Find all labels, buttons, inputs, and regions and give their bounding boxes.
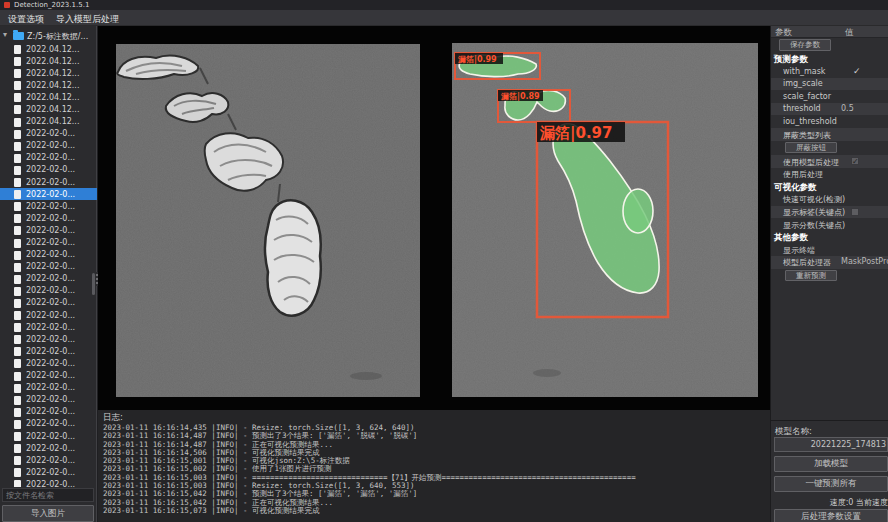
tree-item[interactable]: 2022.04.12... (0, 116, 97, 128)
tree-item[interactable]: 2022-02-0... (0, 430, 97, 442)
tree-item-label: 2022-02-0... (26, 444, 75, 453)
file-icon (14, 335, 21, 344)
source-image[interactable] (116, 44, 420, 397)
tree-item[interactable]: 2022-02-0... (0, 454, 97, 466)
tree-item[interactable]: 2022.04.12... (0, 43, 97, 55)
model-name-field[interactable]: 20221225_174813 (774, 437, 888, 452)
tree-item[interactable]: 2022-02-0... (0, 224, 97, 236)
param-row[interactable]: 模型后处理器MaskPostPro (771, 256, 888, 269)
tree-item[interactable]: 2022-02-0... (0, 297, 97, 309)
chevron-down-icon[interactable]: ▾ (3, 30, 7, 39)
tree-item[interactable]: 2022-02-0... (0, 478, 97, 487)
tree-item-label: 2022.04.12... (26, 93, 79, 102)
tree-item-label: 2022-02-0... (26, 165, 75, 174)
file-icon (14, 444, 21, 453)
tree-item-label: 2022-02-0... (26, 432, 75, 441)
detection-label-2: 漏箔|0.89 (500, 92, 540, 101)
tree-item[interactable]: 2022-02-0... (0, 200, 97, 212)
tree-item[interactable]: 2022-02-0... (0, 140, 97, 152)
param-label: iou_threshold (783, 117, 837, 126)
param-row[interactable]: 屏蔽按钮 (771, 141, 888, 156)
param-label: with_mask (783, 67, 825, 76)
tree-item[interactable]: 2022-02-0... (0, 261, 97, 273)
tree-item[interactable]: 2022-02-0... (0, 249, 97, 261)
tree-item[interactable]: 2022.04.12... (0, 67, 97, 79)
tree-item[interactable]: 2022-02-0... (0, 321, 97, 333)
tree-item[interactable]: 2022-02-0... (0, 333, 97, 345)
param-row[interactable]: 显示分数(关键点) (771, 218, 888, 231)
search-input[interactable] (2, 488, 94, 502)
tree-item[interactable]: 2022-02-0... (0, 152, 97, 164)
param-row[interactable]: iou_threshold (771, 115, 888, 128)
tree-item[interactable]: 2022-02-0... (0, 466, 97, 478)
param-value[interactable]: 0.5 (841, 104, 888, 113)
param-label: 使用后处理 (783, 169, 823, 180)
file-icon (14, 311, 21, 320)
check-icon[interactable]: ✓ (853, 66, 861, 76)
param-row[interactable]: img_scale (771, 78, 888, 91)
checkbox-checked-icon[interactable]: ✓ (851, 157, 859, 165)
param-value[interactable]: MaskPostPro (841, 257, 888, 266)
tree-item[interactable]: 2022.04.12... (0, 55, 97, 67)
tree-item[interactable]: 2022-02-0... (0, 394, 97, 406)
param-row[interactable]: with_mask✓ (771, 65, 888, 78)
tree-item-label: 2022.04.12... (26, 81, 79, 90)
file-icon (14, 251, 21, 260)
tree-item[interactable]: 2022-02-0... (0, 442, 97, 454)
tree-item-label: 2022-02-0... (26, 323, 75, 332)
param-row[interactable]: threshold0.5 (771, 103, 888, 116)
tree-item-label: 2022-02-0... (26, 468, 75, 477)
param-action-button[interactable]: 屏蔽按钮 (785, 142, 837, 154)
tree-item[interactable]: 2022-02-0... (0, 237, 97, 249)
checkbox-empty-icon[interactable] (851, 208, 859, 216)
param-row[interactable]: 重新预测 (771, 269, 888, 284)
file-icon (14, 69, 21, 78)
tree-item[interactable]: 2022-02-0... (0, 164, 97, 176)
tree-item[interactable]: 2022-02-0... (0, 273, 97, 285)
param-action-button[interactable]: 重新预测 (785, 270, 837, 282)
tree-item[interactable]: 2022-02-0... (0, 345, 97, 357)
tree-scrollbar[interactable] (92, 273, 95, 295)
tree-item[interactable]: 2022-02-0... (0, 370, 97, 382)
tree-item[interactable]: 2022.04.12... (0, 103, 97, 115)
param-row[interactable]: scale_factor (771, 90, 888, 103)
file-icon (14, 384, 21, 393)
tree-item-label: 2022.04.12... (26, 57, 79, 66)
tree-item-label: 2022-02-0... (26, 335, 75, 344)
import-images-button[interactable]: 导入图片 (2, 505, 94, 522)
param-row[interactable]: 使用模型后处理✓ (771, 155, 888, 168)
tree-item[interactable]: 2022-02-0... (0, 285, 97, 297)
file-tree-panel: ▾ Z:/5-标注数据/... 2022.04.12...2022.04.12.… (0, 26, 97, 522)
tree-item-label: 2022-02-0... (26, 238, 75, 247)
file-icon (14, 214, 21, 223)
predict-all-button[interactable]: 一键预测所有 (774, 476, 888, 492)
param-row[interactable]: 保存参数 (771, 38, 888, 53)
tree-item[interactable]: 2022-02-0... (0, 382, 97, 394)
tree-root[interactable]: ▾ Z:/5-标注数据/... (0, 30, 97, 42)
panel-splitter-handle[interactable] (96, 272, 98, 286)
menu-item-settings[interactable]: 设置选项 (4, 12, 48, 27)
tree-item-label: 2022-02-0... (26, 298, 75, 307)
tree-item[interactable]: 2022-02-0... (0, 418, 97, 430)
param-action-button[interactable]: 保存参数 (779, 39, 831, 51)
param-row[interactable]: 快速可视化(检测) (771, 193, 888, 206)
file-icon (14, 468, 21, 477)
tree-item[interactable]: 2022.04.12... (0, 79, 97, 91)
param-row[interactable]: 屏蔽类型列表 (771, 128, 888, 141)
tree-item[interactable]: 2022.04.12... (0, 91, 97, 103)
tree-item[interactable]: 2022-02-0... (0, 212, 97, 224)
file-icon (14, 142, 21, 151)
postproc-settings-button[interactable]: 后处理参数设置 (774, 509, 888, 522)
param-row[interactable]: 显示标签(关键点) (771, 206, 888, 219)
tree-item[interactable]: 2022-02-0... (0, 128, 97, 140)
tree-item[interactable]: 2022-02-0... (0, 176, 97, 188)
tree-item[interactable]: 2022-02-0... (0, 406, 97, 418)
prediction-image[interactable]: 漏箔|0.99 漏箔|0.89 漏箔|0.97 (452, 43, 758, 397)
tree-item[interactable]: 2022-02-0... (0, 188, 97, 200)
menu-item-import-postproc[interactable]: 导入模型后处理 (52, 12, 123, 27)
load-model-button[interactable]: 加载模型 (774, 456, 888, 472)
param-row[interactable]: 显示终端 (771, 243, 888, 256)
tree-item[interactable]: 2022-02-0... (0, 357, 97, 369)
tree-item[interactable]: 2022-02-0... (0, 309, 97, 321)
param-row[interactable]: 使用后处理 (771, 168, 888, 181)
